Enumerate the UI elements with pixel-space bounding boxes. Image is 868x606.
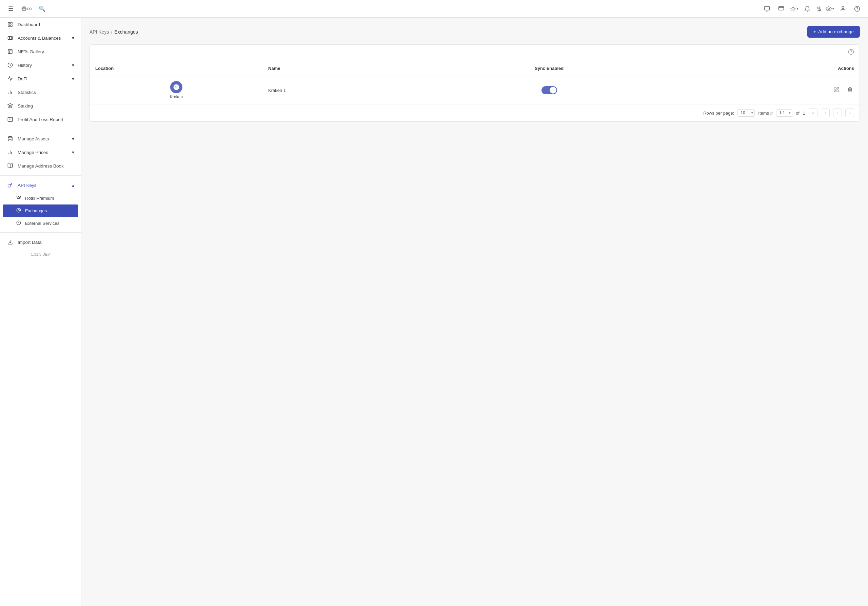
- col-sync-enabled: Sync Enabled: [432, 61, 667, 76]
- chevron-history: ▾: [72, 62, 74, 68]
- sidebar-item-import-data[interactable]: Import Data: [0, 236, 81, 249]
- sync-toggle[interactable]: [541, 86, 557, 94]
- sidebar-item-api-keys[interactable]: API Keys ▴: [0, 178, 81, 192]
- sidebar-item-nfts[interactable]: NFTs Gallery: [0, 45, 81, 58]
- chevron-accounts: ▾: [72, 35, 74, 41]
- menu-icon[interactable]: ☰: [5, 3, 16, 14]
- rows-per-page-select[interactable]: 10 5 25 50 100: [738, 109, 755, 117]
- sidebar-label-manage-address-book: Manage Address Book: [18, 163, 64, 169]
- breadcrumb: API Keys / Exchanges + Add an exchange: [90, 26, 860, 38]
- delete-button[interactable]: [846, 85, 854, 95]
- svg-point-25: [18, 209, 20, 211]
- manage-prices-icon: [7, 150, 14, 155]
- sidebar-item-history[interactable]: History ▾: [0, 58, 81, 72]
- add-exchange-button[interactable]: + Add an exchange: [807, 26, 860, 38]
- first-page-button[interactable]: «: [809, 108, 817, 117]
- table-help-icon[interactable]: [848, 49, 854, 57]
- sidebar-label-rotki-premium: Rotki Premium: [25, 196, 54, 201]
- sync-enabled-cell: [432, 76, 667, 104]
- main-layout: Dashboard Accounts & Balances ▾ NFTs Gal…: [0, 18, 868, 606]
- location-cell-inner: M Kraken: [95, 81, 257, 99]
- svg-text:M: M: [174, 85, 177, 89]
- svg-rect-1: [779, 6, 784, 10]
- sidebar-item-statistics[interactable]: Statistics: [0, 85, 81, 99]
- divider-3: [0, 232, 81, 232]
- location-cell: M Kraken: [90, 76, 263, 104]
- items-range-select[interactable]: 1-1: [776, 109, 792, 117]
- browser-icon[interactable]: [776, 3, 787, 14]
- search-icon[interactable]: 🔍: [37, 3, 48, 14]
- pagination: Rows per page: 10 5 25 50 100 Items # 1-…: [90, 104, 860, 121]
- sidebar-item-accounts-balances[interactable]: Accounts & Balances ▾: [0, 31, 81, 45]
- table-header: Location Name Sync Enabled Actions: [90, 61, 860, 76]
- prev-page-button[interactable]: ‹: [821, 108, 830, 117]
- chevron-manage-prices: ▾: [72, 150, 74, 155]
- user-icon[interactable]: [837, 3, 848, 14]
- breadcrumb-parent[interactable]: API Keys: [90, 29, 109, 34]
- add-exchange-label: Add an exchange: [818, 29, 854, 34]
- app-version: 1.31.3.DEV: [0, 249, 81, 260]
- sidebar-label-profit-loss: Profit And Loss Report: [18, 117, 64, 122]
- of-label: of: [796, 110, 800, 116]
- svg-rect-18: [8, 117, 12, 121]
- svg-point-23: [8, 185, 10, 187]
- rows-per-page-label: Rows per page:: [703, 110, 734, 116]
- edit-button[interactable]: [832, 85, 840, 95]
- exchanges-table-card: Location Name Sync Enabled Actions: [90, 45, 860, 122]
- table-body: M Kraken Kraken 1: [90, 76, 860, 104]
- external-services-icon: [16, 220, 21, 226]
- sidebar-sub-item-external-services[interactable]: External Services: [0, 217, 81, 229]
- top-bar-left: ☰ ∞ 🔍: [5, 3, 48, 14]
- svg-rect-0: [764, 6, 770, 10]
- svg-rect-11: [8, 25, 10, 26]
- content-area: API Keys / Exchanges + Add an exchange: [81, 18, 868, 606]
- sidebar-label-dashboard: Dashboard: [18, 22, 40, 27]
- sidebar-label-manage-prices: Manage Prices: [18, 150, 48, 155]
- sidebar-sub-item-exchanges[interactable]: Exchanges: [3, 205, 78, 217]
- accounts-icon: [7, 35, 14, 41]
- breadcrumb-current: Exchanges: [114, 29, 138, 34]
- sidebar-sub-item-rotki-premium[interactable]: Rotki Premium: [0, 192, 81, 205]
- svg-point-2: [792, 8, 794, 10]
- address-book-icon: [7, 163, 14, 169]
- next-page-button[interactable]: ›: [833, 108, 842, 117]
- help-icon[interactable]: [852, 3, 863, 14]
- sidebar-label-statistics: Statistics: [18, 90, 36, 95]
- sidebar-item-manage-assets[interactable]: Manage Assets ▾: [0, 132, 81, 146]
- total-pages: 1: [803, 110, 805, 116]
- notification-icon[interactable]: [802, 3, 813, 14]
- sidebar-item-staking[interactable]: Staking: [0, 99, 81, 113]
- sidebar-item-manage-prices[interactable]: Manage Prices ▾: [0, 146, 81, 159]
- svg-point-24: [17, 208, 21, 212]
- defi-icon: [7, 76, 14, 81]
- logo-icon[interactable]: ∞: [21, 3, 32, 14]
- manage-assets-icon: [7, 136, 14, 141]
- sidebar-item-profit-loss[interactable]: Profit And Loss Report: [0, 113, 81, 126]
- items-range-select-wrap: 1-1: [776, 109, 792, 117]
- sidebar-label-staking: Staking: [18, 104, 33, 108]
- exchanges-icon: [16, 208, 21, 214]
- svg-rect-9: [11, 22, 12, 24]
- kraken-name: Kraken: [170, 95, 183, 99]
- last-page-button[interactable]: »: [845, 108, 854, 117]
- rows-per-page-select-wrap: 10 5 25 50 100: [738, 109, 755, 117]
- sidebar-item-defi[interactable]: DeFi ▾: [0, 72, 81, 85]
- nfts-icon: [7, 49, 14, 54]
- theme-toggle[interactable]: ▾: [790, 6, 798, 12]
- breadcrumb-separator: /: [111, 29, 113, 34]
- actions-buttons: [673, 85, 854, 95]
- profit-loss-icon: [7, 117, 14, 122]
- sidebar-item-manage-address-book[interactable]: Manage Address Book: [0, 159, 81, 173]
- currency-icon[interactable]: [816, 6, 822, 12]
- svg-point-4: [828, 8, 830, 9]
- table-card-header: [90, 45, 860, 61]
- exchanges-table: Location Name Sync Enabled Actions: [90, 61, 860, 104]
- top-bar-right: ▾ ▾: [761, 3, 863, 14]
- chevron-defi: ▾: [72, 76, 74, 81]
- sync-toggle-wrap: [437, 86, 662, 94]
- table-row: M Kraken Kraken 1: [90, 76, 860, 104]
- sidebar-item-dashboard[interactable]: Dashboard: [0, 18, 81, 31]
- code-icon[interactable]: [761, 3, 772, 14]
- svg-point-19: [8, 136, 12, 138]
- eye-icon[interactable]: ▾: [826, 6, 834, 12]
